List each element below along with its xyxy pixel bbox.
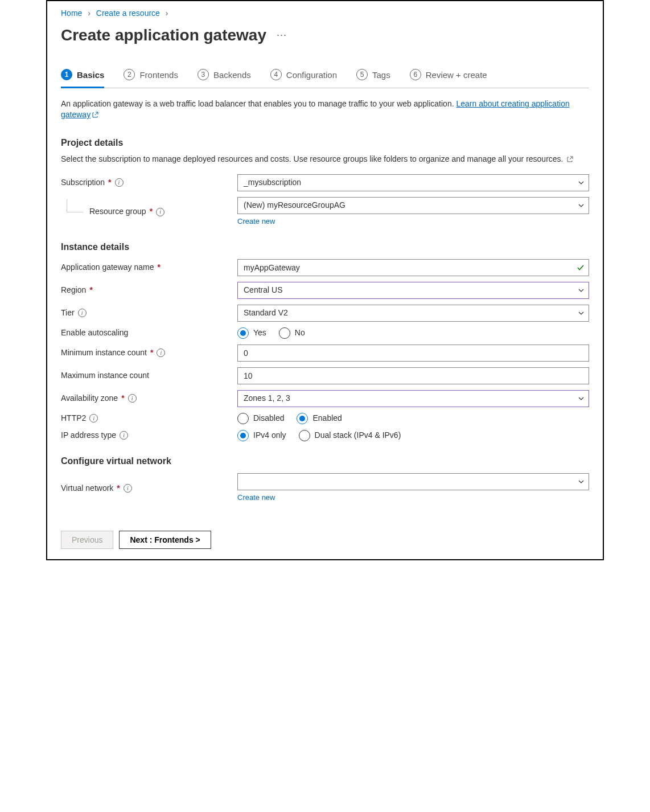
min-instance-input[interactable]: [237, 345, 589, 362]
tab-label: Backends: [213, 69, 251, 81]
section-instance-details-title: Instance details: [61, 241, 589, 253]
radio-label: Dual stack (IPv4 & IPv6): [315, 430, 401, 441]
vnet-dropdown[interactable]: [237, 473, 589, 490]
intro-text: An application gateway is a web traffic …: [61, 99, 589, 121]
radio-label: Yes: [253, 327, 266, 339]
tab-label: Basics: [77, 69, 104, 81]
ip-type-label: IP address type i: [61, 430, 237, 441]
availability-zone-value: Zones 1, 2, 3: [244, 393, 290, 404]
max-instance-input[interactable]: [237, 367, 589, 384]
step-badge: 4: [270, 69, 282, 80]
tab-tags[interactable]: 5 Tags: [356, 65, 390, 88]
external-link-icon: [92, 112, 98, 118]
max-instance-label: Maximum instance count: [61, 370, 237, 382]
http2-enabled-radio[interactable]: Enabled: [297, 413, 342, 424]
next-frontends-button[interactable]: Next : Frontends >: [119, 531, 211, 549]
breadcrumb-sep: ›: [88, 9, 90, 18]
availability-zone-dropdown[interactable]: Zones 1, 2, 3: [237, 390, 589, 407]
tab-backends[interactable]: 3 Backends: [198, 65, 251, 88]
info-icon[interactable]: i: [157, 348, 165, 357]
step-badge: 2: [124, 69, 135, 80]
tier-label: Tier i: [61, 307, 237, 319]
availability-zone-label: Availability zone* i: [61, 393, 237, 404]
gateway-name-input[interactable]: [237, 259, 589, 276]
breadcrumb-home[interactable]: Home: [61, 9, 82, 18]
tab-configuration[interactable]: 4 Configuration: [270, 65, 337, 88]
tab-review-create[interactable]: 6 Review + create: [410, 65, 487, 88]
radio-label: Enabled: [312, 413, 342, 424]
tabs: 1 Basics 2 Frontends 3 Backends 4 Config…: [61, 65, 589, 88]
resource-group-value: (New) myResourceGroupAG: [244, 200, 345, 211]
tab-frontends[interactable]: 2 Frontends: [124, 65, 178, 88]
region-value: Central US: [244, 285, 282, 296]
tier-value: Standard V2: [244, 307, 288, 319]
http2-disabled-radio[interactable]: Disabled: [237, 413, 284, 424]
breadcrumb-create-resource[interactable]: Create a resource: [96, 9, 160, 18]
tab-label: Configuration: [286, 69, 337, 81]
radio-label: No: [295, 327, 305, 339]
tab-label: Tags: [372, 69, 390, 81]
page-title: Create application gateway: [61, 24, 266, 46]
http2-label: HTTP2 i: [61, 413, 237, 424]
intro-description: An application gateway is a web traffic …: [61, 99, 456, 108]
info-icon[interactable]: i: [120, 431, 128, 440]
region-dropdown[interactable]: Central US: [237, 282, 589, 299]
min-instance-label: Minimum instance count* i: [61, 347, 237, 359]
info-icon[interactable]: i: [115, 178, 124, 187]
autoscaling-label: Enable autoscaling: [61, 327, 237, 339]
previous-button: Previous: [61, 531, 113, 549]
subscription-value: _mysubscription: [244, 177, 301, 188]
radio-label: IPv4 only: [253, 430, 286, 441]
create-new-rg-link[interactable]: Create new: [237, 216, 275, 227]
breadcrumb: Home › Create a resource ›: [61, 8, 589, 19]
create-new-vnet-link[interactable]: Create new: [237, 493, 275, 503]
section-project-details-desc: Select the subscription to manage deploy…: [61, 154, 589, 165]
step-badge: 5: [356, 69, 368, 80]
step-badge: 6: [410, 69, 421, 80]
info-icon[interactable]: i: [128, 394, 137, 403]
info-icon[interactable]: i: [89, 414, 98, 423]
section-configure-vnet-title: Configure virtual network: [61, 455, 589, 467]
autoscaling-no-radio[interactable]: No: [279, 327, 305, 339]
info-icon[interactable]: i: [78, 309, 87, 317]
checkmark-icon: [577, 264, 585, 272]
resource-group-label: Resource group* i: [61, 206, 237, 218]
tab-label: Frontends: [139, 69, 178, 81]
external-link-icon: [566, 156, 573, 163]
more-icon[interactable]: ···: [277, 28, 287, 42]
resource-group-dropdown[interactable]: (New) myResourceGroupAG: [237, 197, 589, 214]
tab-label: Review + create: [426, 69, 487, 81]
region-label: Region*: [61, 285, 237, 296]
gateway-name-label: Application gateway name*: [61, 262, 237, 273]
vnet-label: Virtual network* i: [61, 483, 237, 494]
step-badge: 3: [198, 69, 209, 80]
tab-basics[interactable]: 1 Basics: [61, 65, 104, 88]
step-badge: 1: [61, 69, 72, 80]
section-project-details-title: Project details: [61, 137, 589, 149]
tier-dropdown[interactable]: Standard V2: [237, 305, 589, 322]
subscription-label: Subscription* i: [61, 177, 237, 188]
info-icon[interactable]: i: [124, 484, 132, 493]
breadcrumb-sep: ›: [166, 9, 168, 18]
ip-type-dualstack-radio[interactable]: Dual stack (IPv4 & IPv6): [299, 430, 401, 441]
info-icon[interactable]: i: [156, 208, 164, 216]
autoscaling-yes-radio[interactable]: Yes: [237, 327, 266, 339]
ip-type-ipv4-radio[interactable]: IPv4 only: [237, 430, 286, 441]
subscription-dropdown[interactable]: _mysubscription: [237, 174, 589, 191]
radio-label: Disabled: [253, 413, 284, 424]
